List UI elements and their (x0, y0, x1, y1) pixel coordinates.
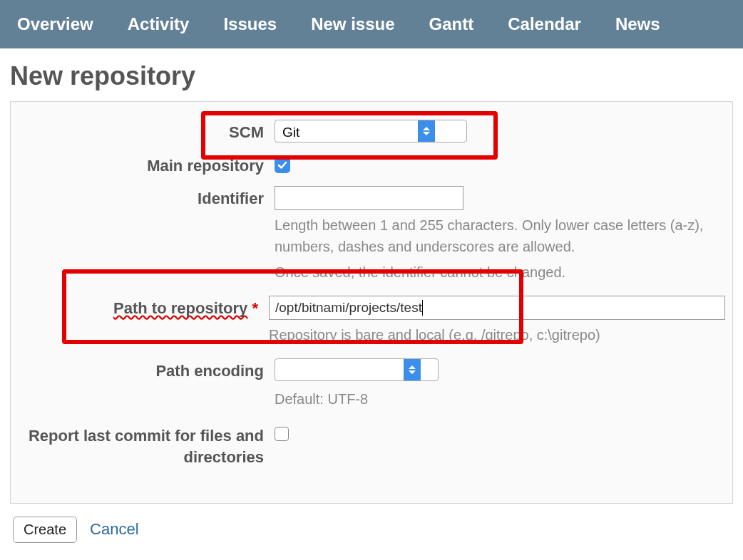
report-last-commit-checkbox[interactable] (275, 427, 289, 441)
identifier-hint-1: Length between 1 and 255 characters. Onl… (275, 214, 725, 257)
path-encoding-value (275, 359, 404, 380)
nav-new-issue[interactable]: New issue (294, 7, 411, 41)
identifier-hint-2: Once saved, the identifier cannot be cha… (275, 261, 725, 283)
scm-select-value: Git (275, 120, 418, 142)
nav-overview[interactable]: Overview (0, 7, 111, 41)
path-encoding-select[interactable] (275, 358, 439, 381)
text-cursor-icon (422, 300, 423, 316)
label-identifier: Identifier (11, 186, 275, 209)
main-nav: Overview Activity Issues New issue Gantt… (0, 0, 743, 48)
label-path-encoding: Path encoding (11, 358, 275, 382)
label-report-last-commit: Report last commit for files and directo… (11, 422, 275, 467)
nav-calendar[interactable]: Calendar (491, 7, 598, 41)
label-path-text: Path to repository (113, 299, 247, 317)
label-scm: SCM (11, 120, 275, 143)
chevron-updown-icon (418, 120, 435, 142)
path-hint: Repository is bare and local (e.g. /gitr… (269, 324, 725, 346)
identifier-input[interactable] (275, 186, 463, 210)
label-main-repository: Main repository (11, 153, 275, 177)
main-repository-checkbox[interactable] (275, 157, 290, 173)
label-path: Path to repository * (11, 296, 269, 319)
required-mark: * (252, 299, 258, 317)
nav-gantt[interactable]: Gantt (412, 7, 491, 41)
path-input-value: /opt/bitnami/projects/test (275, 300, 422, 316)
action-row: Create Cancel (0, 504, 743, 556)
nav-activity[interactable]: Activity (111, 7, 207, 41)
form-container: SCM Git Main repository Identifier Lengt… (10, 101, 733, 504)
nav-issues[interactable]: Issues (206, 7, 294, 41)
path-encoding-hint: Default: UTF-8 (275, 388, 725, 410)
path-input[interactable]: /opt/bitnami/projects/test (269, 296, 725, 320)
chevron-updown-icon (404, 359, 421, 380)
create-button[interactable]: Create (13, 517, 77, 543)
nav-news[interactable]: News (598, 7, 677, 41)
page-title: New repository (0, 48, 743, 101)
scm-select[interactable]: Git (275, 120, 467, 142)
cancel-link[interactable]: Cancel (90, 520, 138, 539)
